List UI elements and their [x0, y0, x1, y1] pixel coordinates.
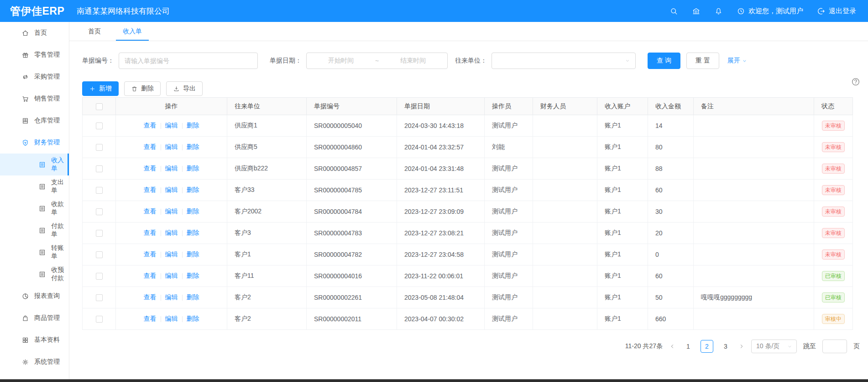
status-badge: 未审核	[822, 228, 845, 238]
chevron-down-icon	[52, 118, 58, 124]
sidebar-item-warehouse[interactable]: 仓库管理	[0, 110, 69, 132]
sidebar-subitem-advance[interactable]: 收预付款	[0, 263, 69, 285]
edit-link[interactable]: 编辑	[165, 122, 178, 130]
sidebar-item-basic-data[interactable]: 基本资料	[0, 329, 69, 351]
page-1[interactable]: 1	[682, 340, 695, 353]
edit-link[interactable]: 编辑	[165, 315, 178, 323]
bell-icon[interactable]	[714, 7, 723, 16]
status-cell: 未审核	[814, 137, 853, 158]
row-checkbox[interactable]	[96, 273, 103, 280]
action-separator	[161, 230, 161, 236]
sidebar-item-retail[interactable]: 零售管理	[0, 44, 69, 66]
page-size-select[interactable]: 10 条/页	[751, 340, 797, 353]
row-checkbox[interactable]	[96, 230, 103, 237]
view-link[interactable]: 查看	[144, 122, 157, 130]
delete-button[interactable]: 删除	[124, 81, 161, 96]
next-page-icon[interactable]	[738, 343, 745, 350]
chevron-down-icon	[787, 344, 793, 350]
view-link[interactable]: 查看	[144, 229, 157, 237]
delete-link[interactable]: 删除	[187, 272, 199, 280]
export-button[interactable]: 导出	[166, 81, 203, 96]
edit-link[interactable]: 编辑	[165, 186, 178, 194]
doc-icon	[38, 205, 46, 212]
table-row: 查看编辑删除客户3SR000000047832023-12-27 23:08:2…	[83, 223, 853, 244]
delete-link[interactable]: 删除	[187, 315, 199, 323]
sidebar-item-reports[interactable]: 报表查询	[0, 285, 69, 307]
logout-text: 退出登录	[829, 7, 856, 16]
edit-link[interactable]: 编辑	[165, 164, 178, 173]
sidebar-subitem-income[interactable]: 收入单	[0, 154, 69, 175]
delete-link[interactable]: 删除	[187, 250, 199, 259]
logout-button[interactable]: 退出登录	[817, 7, 856, 16]
page-3[interactable]: 3	[719, 340, 732, 353]
doc-no-cell: SR00000004016	[307, 265, 397, 287]
prev-page-icon[interactable]	[669, 343, 675, 350]
search-button[interactable]: 查询	[648, 53, 680, 69]
delete-link[interactable]: 删除	[187, 229, 199, 237]
row-checkbox[interactable]	[96, 144, 103, 151]
sidebar-subitem-transfer[interactable]: 转账单	[0, 241, 69, 263]
row-checkbox[interactable]	[96, 208, 103, 215]
sidebar-item-purchase[interactable]: 采购管理	[0, 66, 69, 88]
column-header: 状态	[814, 98, 853, 115]
view-link[interactable]: 查看	[144, 250, 157, 259]
date-range-input[interactable]: 开始时间 ~ 结束时间	[306, 53, 448, 69]
bank-icon[interactable]	[692, 7, 701, 16]
doc-no-input[interactable]	[119, 53, 258, 69]
row-actions-cell: 查看编辑删除	[116, 180, 227, 201]
edit-link[interactable]: 编辑	[165, 272, 178, 280]
sidebar-subitem-payment[interactable]: 付款单	[0, 219, 69, 241]
status-badge: 未审核	[822, 185, 845, 195]
jump-page-input[interactable]	[822, 340, 847, 353]
sidebar-subitem-expense[interactable]: 支出单	[0, 175, 69, 197]
finance-staff-cell	[533, 244, 597, 265]
edit-link[interactable]: 编辑	[165, 250, 178, 259]
income-list-page: 单据编号： 单据日期： 开始时间 ~ 结束时间 往来单位： 查询 重置	[69, 41, 868, 353]
sidebar-subitem-receipt[interactable]: 收款单	[0, 197, 69, 219]
status-badge: 未审核	[822, 207, 845, 217]
search-icon[interactable]	[669, 7, 678, 16]
row-checkbox[interactable]	[96, 251, 103, 258]
sidebar-item-finance[interactable]: 财务管理	[0, 132, 69, 154]
view-link[interactable]: 查看	[144, 293, 157, 302]
edit-link[interactable]: 编辑	[165, 293, 178, 302]
delete-link[interactable]: 删除	[187, 143, 199, 151]
delete-link[interactable]: 删除	[187, 164, 199, 173]
edit-link[interactable]: 编辑	[165, 207, 178, 216]
row-checkbox[interactable]	[96, 316, 103, 323]
view-link[interactable]: 查看	[144, 207, 157, 216]
expand-link[interactable]: 展开	[727, 57, 748, 65]
page-2[interactable]: 2	[701, 340, 713, 353]
reset-button[interactable]: 重置	[686, 53, 719, 69]
delete-link[interactable]: 删除	[187, 207, 199, 216]
sidebar-item-home[interactable]: 首页	[0, 22, 69, 44]
row-checkbox[interactable]	[96, 294, 103, 301]
welcome-user[interactable]: 欢迎您，测试用户	[737, 7, 803, 16]
download-icon	[173, 85, 180, 92]
action-separator	[182, 230, 183, 236]
row-checkbox[interactable]	[96, 165, 103, 172]
row-checkbox[interactable]	[96, 122, 103, 129]
delete-link[interactable]: 删除	[187, 186, 199, 194]
view-link[interactable]: 查看	[144, 164, 157, 173]
view-link[interactable]: 查看	[144, 186, 157, 194]
view-link[interactable]: 查看	[144, 272, 157, 280]
sidebar-item-system[interactable]: 系统管理	[0, 351, 69, 373]
view-link[interactable]: 查看	[144, 315, 157, 323]
row-checkbox[interactable]	[96, 187, 103, 194]
edit-link[interactable]: 编辑	[165, 143, 178, 151]
partner-label: 往来单位：	[455, 57, 487, 65]
add-button[interactable]: 新增	[82, 81, 119, 96]
delete-link[interactable]: 删除	[187, 122, 199, 130]
edit-link[interactable]: 编辑	[165, 229, 178, 237]
tab-income[interactable]: 收入单	[123, 22, 142, 41]
delete-link[interactable]: 删除	[187, 293, 199, 302]
view-link[interactable]: 查看	[144, 143, 157, 151]
sidebar-item-products[interactable]: 商品管理	[0, 307, 69, 329]
partner-select[interactable]	[492, 53, 636, 69]
date-cell: 2024-03-30 14:43:18	[397, 115, 485, 137]
cabinet-icon	[21, 117, 29, 125]
sidebar-item-sales[interactable]: 销售管理	[0, 88, 69, 110]
tab-home[interactable]: 首页	[88, 22, 101, 41]
select-all-checkbox[interactable]	[96, 103, 103, 110]
